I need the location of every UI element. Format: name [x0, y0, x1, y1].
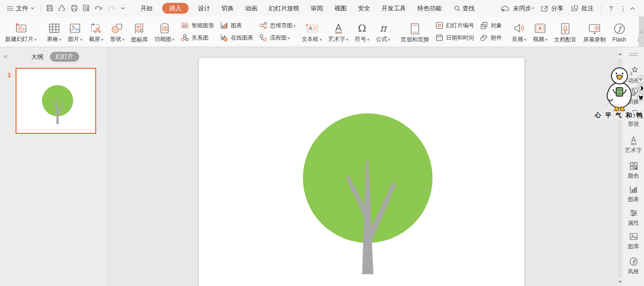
icon-library-button[interactable]: 图标库: [128, 16, 151, 47]
save-button[interactable]: [43, 3, 56, 14]
omega-icon: Ω: [358, 20, 366, 34]
tab-slideshow[interactable]: 幻灯片放映: [263, 0, 305, 16]
tab-security[interactable]: 安全: [352, 0, 376, 16]
online-chart-icon: [220, 33, 228, 42]
editing-canvas[interactable]: [107, 47, 616, 286]
tab-features[interactable]: 特色功能: [412, 0, 447, 16]
tab-dev-tools[interactable]: 开发工具: [376, 0, 412, 16]
flash-icon: ƒ: [613, 21, 626, 35]
tab-view[interactable]: 视图: [329, 0, 352, 16]
relation-diagram-button[interactable]: 关系图: [181, 33, 214, 42]
slide-1-thumbnail[interactable]: [16, 68, 96, 134]
collapse-ribbon-button[interactable]: [630, 7, 641, 10]
tab-home[interactable]: 开始: [135, 0, 158, 16]
sidebar-item-wordart[interactable]: 艺术字: [623, 136, 644, 155]
flowchart-button[interactable]: 流程图: [259, 33, 296, 42]
paperclip-icon: [480, 33, 488, 42]
screen-record-icon: [588, 21, 601, 35]
print-preview-button[interactable]: [80, 3, 92, 14]
header-footer-button[interactable]: 页眉和页脚: [397, 16, 432, 47]
chart-button[interactable]: 图表: [220, 21, 253, 30]
header-footer-icon: [409, 21, 421, 35]
new-slide-button[interactable]: 新建幻灯片: [2, 16, 40, 47]
thumbnail-tree-graphic: [17, 72, 95, 131]
object-button[interactable]: 对象: [480, 21, 502, 30]
style-hexagon-icon: [629, 257, 638, 266]
calendar-icon: [435, 33, 444, 42]
colors-icon: [629, 161, 638, 171]
date-time-button[interactable]: 日期和时间: [435, 33, 474, 42]
tab-transition[interactable]: 切换: [216, 0, 239, 16]
tab-design[interactable]: 设计: [192, 0, 216, 16]
function-diagram-button[interactable]: 功能图: [151, 16, 178, 47]
pi-icon: π: [380, 20, 387, 34]
help-button[interactable]: ?: [605, 5, 617, 12]
sync-status-button[interactable]: 未同步 ▾: [498, 0, 537, 16]
screenshot-button[interactable]: 截屏: [86, 16, 107, 47]
bear-badge-button[interactable]: [637, 93, 644, 101]
file-menu[interactable]: 文件: [4, 0, 37, 16]
zhong-badge-button[interactable]: 中: [637, 75, 644, 83]
find-button[interactable]: 查找: [454, 4, 475, 13]
slide-number-button[interactable]: 幻灯片编号: [435, 21, 474, 30]
moon-badge-button[interactable]: [637, 84, 644, 92]
sidebar-item-gallery[interactable]: 图库: [623, 232, 644, 251]
ribbon-expand-button[interactable]: ›: [639, 16, 644, 47]
svg-text:ƒ: ƒ: [617, 25, 622, 33]
picture-button[interactable]: 图片: [65, 16, 86, 47]
gallery-icon: [629, 232, 638, 241]
screenshot-icon: [90, 20, 102, 34]
flash-button[interactable]: ƒ Flash: [609, 16, 629, 47]
smart-graphic-icon: [181, 21, 189, 30]
moon-icon: [638, 86, 644, 91]
relation-diagram-icon: [181, 33, 189, 42]
symbol-button[interactable]: Ω 符号: [352, 16, 373, 47]
tree-graphic[interactable]: [199, 58, 524, 286]
scroll-down-arrow[interactable]: [618, 281, 622, 283]
slides-tab[interactable]: 幻灯片: [50, 52, 79, 62]
sidebar-item-style[interactable]: 风格: [623, 257, 644, 276]
undo-button[interactable]: ▾: [92, 3, 105, 14]
sidebar-item-properties[interactable]: 属性: [623, 208, 644, 227]
title-bar: 文件 ▾ 开始 插入 设计 切换 动画 幻灯片放映 审阅 视图 安全 开发工具 …: [0, 0, 644, 16]
table-icon: [48, 20, 60, 34]
smart-graphic-button[interactable]: 智能图形: [181, 21, 214, 30]
audio-button[interactable]: 音频: [509, 16, 530, 47]
tab-insert[interactable]: 插入: [162, 3, 189, 14]
tab-review[interactable]: 审阅: [305, 0, 329, 16]
print-button[interactable]: [68, 3, 80, 14]
mind-map-button[interactable]: 思维导图: [259, 21, 296, 30]
word-art-button[interactable]: 艺术字: [325, 16, 352, 47]
tab-animation[interactable]: 动画: [239, 0, 263, 16]
collapse-panel-button[interactable]: «: [4, 52, 7, 60]
slide-number-label: 1: [8, 72, 11, 79]
share-button[interactable]: 分享: [538, 0, 567, 16]
screen-record-button[interactable]: 屏幕录制: [580, 16, 609, 47]
shapes-button[interactable]: 形状: [107, 16, 128, 47]
undo-dropdown-icon[interactable]: ▾: [100, 6, 102, 10]
slide-canvas[interactable]: [199, 58, 524, 286]
sliders-icon: [629, 208, 638, 218]
video-button[interactable]: 视频: [529, 16, 551, 47]
sidebar-item-colors[interactable]: 颜色: [623, 161, 644, 180]
export-pdf-button[interactable]: [56, 3, 68, 14]
sidebar-item-chart[interactable]: 图表: [623, 185, 644, 204]
comment-button[interactable]: 批注: [568, 0, 597, 16]
text-box-button[interactable]: 文本框: [298, 16, 325, 47]
chevron-down-icon: ▾: [532, 6, 534, 10]
online-chart-button[interactable]: 在线图表: [220, 33, 253, 42]
scroll-up-arrow[interactable]: [618, 53, 622, 55]
doc-voice-button[interactable]: 文档配音: [551, 16, 580, 47]
chevron-down-icon: [31, 7, 34, 9]
quick-access-more-button[interactable]: [117, 3, 129, 14]
outline-tab[interactable]: 大纲: [31, 53, 43, 61]
titlebar-right-actions: 未同步 ▾ 分享 批注 ? ⋮: [498, 0, 641, 16]
doc-voice-icon: [559, 21, 571, 35]
table-button[interactable]: 表格: [44, 16, 65, 47]
formula-button[interactable]: π 公式: [372, 16, 394, 47]
more-options-button[interactable]: ⋮: [618, 5, 629, 12]
flowchart-icon: [259, 33, 267, 42]
sidebar-drag-handle[interactable]: [629, 52, 638, 57]
function-diagram-icon: [158, 20, 171, 34]
attachment-button[interactable]: 附件: [480, 33, 502, 42]
